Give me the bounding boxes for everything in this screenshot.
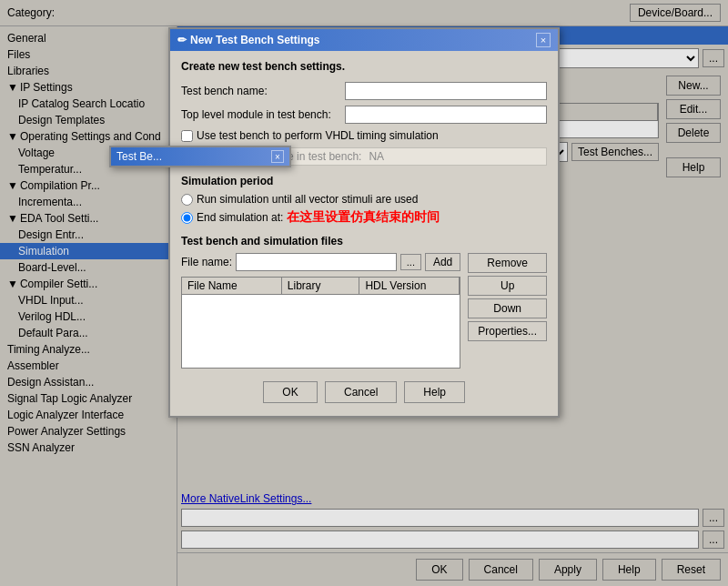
sidebar-item-ssn[interactable]: SSN Analyzer <box>0 440 177 456</box>
down-button[interactable]: Down <box>468 298 547 318</box>
end-sim-row: End simulation at: 在这里设置仿真结束的时间 <box>181 209 547 226</box>
test-bench-name-input[interactable] <box>345 82 547 100</box>
dialog-body: Create new test bench settings. Test ben… <box>170 51 558 416</box>
edit-button[interactable]: Edit... <box>666 99 721 119</box>
dialog-title: ✏ New Test Bench Settings <box>177 34 319 46</box>
file-input-area: File name: ... Add File Name Library HDL… <box>181 253 460 374</box>
dialog-bottom-buttons: OK Cancel Help <box>181 374 547 407</box>
add-file-button[interactable]: Add <box>425 253 460 271</box>
sidebar-item-compiler[interactable]: ▼ Compiler Setti... <box>0 276 177 292</box>
sidebar-item-logic-analyzer[interactable]: Logic Analyzer Interface <box>0 407 177 423</box>
help-button[interactable]: Help <box>602 559 656 581</box>
ok-button[interactable]: OK <box>416 559 462 581</box>
small-dialog-close-button[interactable]: × <box>271 150 284 163</box>
file-table: File Name Library HDL Version <box>181 277 460 369</box>
test-benches-button[interactable]: Test Benches... <box>571 143 659 161</box>
nativelink-area: More NativeLink Settings... <box>181 481 659 505</box>
extra-input-2[interactable] <box>181 530 699 549</box>
extra-row-2: ... <box>181 530 724 549</box>
sidebar-item-board-level[interactable]: Board-Level... <box>0 259 177 276</box>
top-bar: Category: Device/Board... <box>0 0 728 26</box>
sidebar-item-compilation[interactable]: ▼ Compilation Pr... <box>0 177 177 194</box>
sidebar-item-timing[interactable]: Timing Analyze... <box>0 341 177 358</box>
file-controls-area: File name: ... Add File Name Library HDL… <box>181 253 547 374</box>
expand-arrow-compilation: ▼ <box>7 179 18 192</box>
dialog-help-button[interactable]: Help <box>404 381 465 403</box>
test-bench-name-row: Test bench name: <box>181 82 547 100</box>
delete-button[interactable]: Delete <box>666 123 721 143</box>
apply-button[interactable]: Apply <box>539 559 597 581</box>
small-dialog-title: Test Be... <box>116 150 162 163</box>
pencil-icon: ✏ <box>177 34 187 46</box>
design-instance-value: NA <box>369 150 384 163</box>
top-level-module-label: Top level module in test bench: <box>181 108 345 121</box>
sidebar-item-default-para[interactable]: Default Para... <box>0 325 177 341</box>
remove-button[interactable]: Remove <box>468 253 547 273</box>
expand-arrow-compiler: ▼ <box>7 278 18 290</box>
sidebar-item-design-asst[interactable]: Design Assistan... <box>0 374 177 390</box>
extra-btn-2[interactable]: ... <box>703 530 724 549</box>
sidebar-item-signal-tap[interactable]: Signal Tap Logic Analyzer <box>0 390 177 407</box>
run-radio-row: Run simulation until all vector stimuli … <box>181 193 547 206</box>
main-window: Category: Device/Board... General Files … <box>0 0 728 586</box>
browse-button[interactable]: ... <box>400 254 421 270</box>
sidebar-item-eda[interactable]: ▼ EDA Tool Setti... <box>0 210 177 227</box>
sidebar-item-verilog[interactable]: Verilog HDL... <box>0 308 177 325</box>
expand-arrow-operating: ▼ <box>7 130 18 143</box>
test-bench-name-label: Test bench name: <box>181 85 345 97</box>
more-options-btn[interactable]: ... <box>703 49 724 67</box>
file-name-col: File Name <box>182 278 282 294</box>
sidebar-item-power-analyzer[interactable]: Power Analyzer Settings <box>0 423 177 440</box>
run-radio-label: Run simulation until all vector stimuli … <box>197 193 418 206</box>
run-radio[interactable] <box>181 194 193 206</box>
sidebar-item-general[interactable]: General <box>0 30 177 46</box>
extra-input-1[interactable] <box>181 509 699 527</box>
sidebar-item-operating-settings[interactable]: ▼ Operating Settings and Cond <box>0 128 177 145</box>
hdl-version-col: HDL Version <box>359 278 460 294</box>
file-name-label: File name: <box>181 256 232 268</box>
sidebar-item-assembler[interactable]: Assembler <box>0 358 177 374</box>
top-level-module-input[interactable] <box>345 106 547 124</box>
file-section-title: Test bench and simulation files <box>181 235 547 248</box>
sidebar-item-files[interactable]: Files <box>0 46 177 63</box>
sidebar-item-simulation[interactable]: Simulation <box>0 243 177 259</box>
end-radio[interactable] <box>181 212 193 224</box>
vhdl-checkbox-label: Use test bench to perform VHDL timing si… <box>197 129 439 142</box>
cancel-button[interactable]: Cancel <box>469 559 533 581</box>
sidebar-item-design-templates[interactable]: Design Templates <box>0 112 177 128</box>
vhdl-timing-checkbox[interactable] <box>181 130 193 142</box>
library-col: Library <box>282 278 360 294</box>
properties-button[interactable]: Properties... <box>468 321 547 341</box>
expand-arrow-eda: ▼ <box>7 212 18 225</box>
sidebar-item-incremental[interactable]: Incrementa... <box>0 194 177 210</box>
dialog-ok-button[interactable]: OK <box>263 381 318 403</box>
vhdl-checkbox-row: Use test bench to perform VHDL timing si… <box>181 129 547 142</box>
right-help-button[interactable]: Help <box>666 157 721 177</box>
end-sim-label: End simulation at: <box>197 211 283 224</box>
dialog-description: Create new test bench settings. <box>181 60 547 73</box>
file-name-row: File name: ... Add <box>181 253 460 271</box>
up-button[interactable]: Up <box>468 276 547 296</box>
file-table-header: File Name Library HDL Version <box>182 278 460 295</box>
new-button[interactable]: New... <box>666 76 721 96</box>
sidebar-item-design-entry[interactable]: Design Entr... <box>0 227 177 243</box>
sidebar-item-libraries[interactable]: Libraries <box>0 63 177 79</box>
file-name-input[interactable] <box>236 253 397 271</box>
extra-row-1: ... <box>181 509 724 527</box>
device-board-button[interactable]: Device/Board... <box>630 4 721 22</box>
sidebar-item-ip-settings[interactable]: ▼ IP Settings <box>0 79 177 96</box>
dialog-cancel-button[interactable]: Cancel <box>325 381 397 403</box>
reset-button[interactable]: Reset <box>662 559 721 581</box>
sidebar-item-vhdl[interactable]: VHDL Input... <box>0 292 177 308</box>
sim-period-title: Simulation period <box>181 175 547 187</box>
nativelink-link[interactable]: More NativeLink Settings... <box>181 492 659 505</box>
sidebar-item-ip-catalog[interactable]: IP Catalog Search Locatio <box>0 96 177 112</box>
end-sim-annotation: 在这里设置仿真结束的时间 <box>287 209 440 226</box>
extra-btn-1[interactable]: ... <box>703 509 724 527</box>
dialog-titlebar: ✏ New Test Bench Settings × <box>170 29 558 51</box>
expand-arrow-ip: ▼ <box>7 81 18 94</box>
new-test-bench-dialog: ✏ New Test Bench Settings × Create new t… <box>168 27 560 418</box>
small-dialog-titlebar: Test Be... × <box>111 147 289 166</box>
dialog-close-button[interactable]: × <box>536 33 551 47</box>
file-action-buttons: Remove Up Down Properties... <box>464 253 547 374</box>
